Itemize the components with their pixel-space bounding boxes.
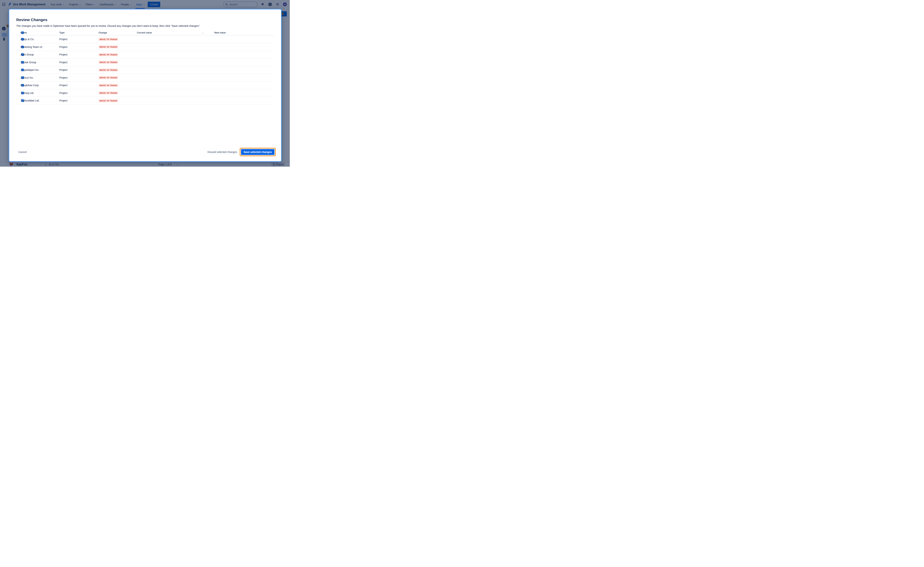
row-name: Juupobejani Inc. [21, 68, 59, 71]
row-name: Marketing Team v2 [21, 45, 59, 48]
column-header-current: Current value [137, 32, 201, 34]
row-name: Tuthooj Ltd. [21, 92, 59, 95]
row-name: Apoju & Co. [21, 38, 59, 41]
table-row: Apoju & Co. Project MOVE TO TRASH [16, 36, 274, 43]
table-row: Marketing Team v2 Project MOVE TO TRASH [16, 43, 274, 51]
column-header-change: Change [99, 32, 137, 34]
row-type: Project [59, 53, 99, 56]
table-header-row: Name Type Change Current value → New val… [16, 30, 274, 36]
row-name: Tujifunekbel Ltd. [21, 99, 59, 102]
change-badge: MOVE TO TRASH [99, 99, 118, 102]
change-badge: MOVE TO TRASH [99, 76, 118, 79]
change-badge: MOVE TO TRASH [99, 91, 118, 95]
row-name: Susiok Group [21, 61, 59, 64]
row-type: Project [59, 84, 99, 87]
row-type: Project [59, 68, 99, 71]
table-row: Zafuczi Inc. Project MOVE TO TRASH [16, 74, 274, 82]
row-type: Project [59, 92, 99, 95]
row-type: Project [59, 99, 99, 102]
row-type: Project [59, 76, 99, 79]
review-changes-modal: Review Changes The changes you have made… [9, 9, 282, 162]
row-name: Kihujlufuw Corp. [21, 84, 59, 87]
change-badge: MOVE TO TRASH [99, 68, 118, 72]
change-badge: MOVE TO TRASH [99, 45, 118, 49]
cancel-button[interactable]: Cancel [18, 150, 27, 153]
table-row: Kihujlufuw Corp. Project MOVE TO TRASH [16, 81, 274, 89]
change-badge: MOVE TO TRASH [99, 60, 118, 64]
row-type: Project [59, 38, 99, 41]
arrow-right-icon: → [201, 31, 214, 34]
table-body: Apoju & Co. Project MOVE TO TRASH Market… [16, 36, 274, 105]
changes-table: Name Type Change Current value → New val… [16, 30, 274, 105]
change-badge: MOVE TO TRASH [99, 38, 118, 41]
table-row: Susiok Group Project MOVE TO TRASH [16, 59, 274, 66]
column-header-name: Name [21, 32, 59, 34]
modal-footer: Cancel Discard selected changes Save sel… [18, 148, 276, 156]
column-header-type: Type [59, 32, 99, 34]
annotation-highlight-ring: Save selected changes [240, 148, 276, 156]
table-row: Tujifunekbel Ltd. Project MOVE TO TRASH [16, 97, 274, 105]
discard-selected-button[interactable]: Discard selected changes [207, 150, 237, 153]
table-row: Agfo Group Project MOVE TO TRASH [16, 51, 274, 59]
row-name: Agfo Group [21, 53, 59, 56]
save-selected-button[interactable]: Save selected changes [241, 149, 274, 155]
table-row: Juupobejani Inc. Project MOVE TO TRASH [16, 66, 274, 74]
row-type: Project [59, 61, 99, 64]
column-header-new: New value [214, 32, 274, 34]
modal-description: The changes you have made in Optimizer h… [16, 24, 274, 28]
change-badge: MOVE TO TRASH [99, 84, 118, 87]
row-type: Project [59, 45, 99, 48]
row-name: Zafuczi Inc. [21, 76, 59, 79]
change-badge: MOVE TO TRASH [99, 53, 118, 56]
table-row: Tuthooj Ltd. Project MOVE TO TRASH [16, 89, 274, 97]
modal-title: Review Changes [16, 18, 274, 22]
